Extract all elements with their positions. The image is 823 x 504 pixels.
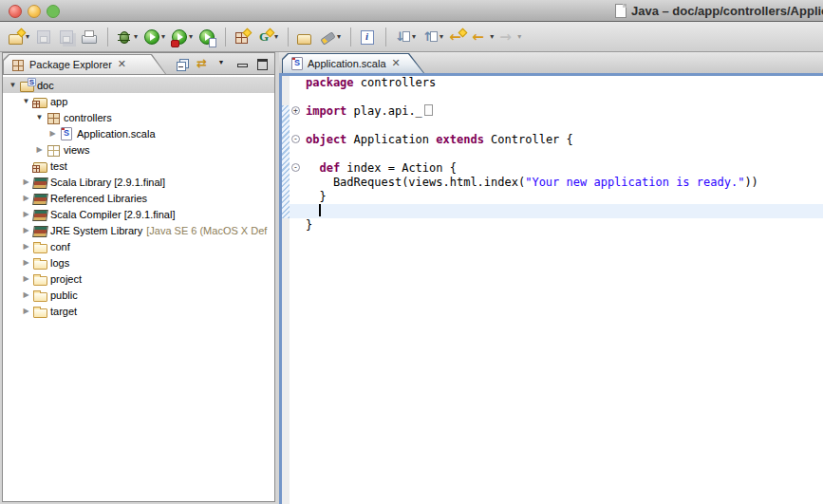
dropdown-arrow-icon[interactable]: ▾ [161,32,165,41]
dropdown-arrow-icon[interactable]: ▾ [189,32,193,41]
dropdown-arrow-icon[interactable]: ▾ [490,32,494,41]
tree-item-label: project [49,273,82,285]
tree-item-target[interactable]: ▶target [3,303,274,319]
tree-item-doc[interactable]: ▼doc [3,77,274,93]
code-line-10[interactable] [290,204,823,218]
code-line-1[interactable]: package controllers [290,76,823,90]
tree-item-application-scala[interactable]: ▶Application.scala [3,125,274,141]
code-line-2[interactable] [290,90,823,104]
tree-item-logs[interactable]: ▶logs [3,254,274,271]
fold-minus-icon[interactable]: - [291,135,300,143]
print-button[interactable] [79,25,100,49]
expander-closed-icon[interactable]: ▶ [20,307,32,315]
tree-item-referenced-libraries[interactable]: ▶Referenced Libraries [3,190,274,206]
code-line-3[interactable]: +import play.api._ [290,104,823,119]
expander-closed-icon[interactable]: ▶ [20,210,32,218]
last-edit-location-button[interactable] [447,25,468,49]
code-token: controllers [354,76,437,89]
code-line-6[interactable] [290,147,823,161]
tree-item-app[interactable]: ▼app [3,93,274,109]
dropdown-arrow-icon[interactable]: ▾ [26,32,29,41]
folder-icon [32,288,49,303]
close-view-icon[interactable] [117,58,126,70]
folder-icon [32,304,49,319]
view-menu-button[interactable] [212,54,232,73]
expander-closed-icon[interactable]: ▶ [33,145,46,154]
dropdown-arrow-icon[interactable]: ▾ [337,32,341,41]
run-button[interactable]: ▾ [141,25,167,49]
tree-item-views[interactable]: ▶views [3,141,274,158]
tree-item-label: test [49,160,67,172]
minimize-button[interactable] [232,54,252,73]
tree-item-public[interactable]: ▶public [3,287,274,303]
run-icon [143,28,160,46]
package-explorer-tab[interactable]: Package Explorer [3,54,166,74]
tree-item-project[interactable]: ▶project [3,271,274,287]
code-line-9[interactable]: } [290,190,823,204]
g-wizard-icon [256,28,273,46]
javadoc-button[interactable] [357,25,378,49]
dropdown-arrow-icon[interactable]: ▾ [517,32,521,41]
expander-closed-icon[interactable]: ▶ [20,242,32,251]
tree-item-scala-library-2-9-1-final[interactable]: ▶Scala Library [2.9.1.final] [3,174,274,190]
source-folder-icon [32,159,49,174]
fold-plus-icon[interactable]: + [291,106,300,115]
save-button[interactable] [33,25,54,49]
tree-item-conf[interactable]: ▶conf [3,238,274,254]
tree-item-scala-compiler-2-9-1-final[interactable]: ▶Scala Compiler [2.9.1.final] [3,206,274,222]
annotation-ruler[interactable] [282,76,290,504]
tree-item-jre-system-library[interactable]: ▶JRE System Library[Java SE 6 (MacOS X D… [3,222,274,238]
collapse-all-button[interactable] [172,54,192,73]
expander-closed-icon[interactable]: ▶ [20,226,32,234]
library-icon [32,223,49,238]
dropdown-arrow-icon[interactable]: ▾ [274,32,278,41]
dropdown-arrow-icon[interactable]: ▾ [134,32,138,41]
code-line-11[interactable]: } [290,218,823,233]
code-line-5[interactable]: -object Application extends Controller { [290,133,823,147]
tree-item-test[interactable]: test [3,158,274,174]
editor-tab-application-scala[interactable]: Application.scala [282,53,424,73]
dropdown-arrow-icon[interactable]: ▾ [412,32,416,41]
code-lines[interactable]: package controllers+import play.api._-ob… [290,76,823,233]
run-history-button[interactable] [196,25,217,49]
back-button[interactable]: ▾ [470,25,496,49]
expander-closed-icon[interactable]: ▶ [20,290,32,299]
expander-closed-icon[interactable]: ▶ [20,177,32,186]
debug-button[interactable]: ▾ [114,25,140,49]
new-wizard-g-button[interactable]: ▾ [254,25,280,49]
document-proxy-icon[interactable] [615,4,627,18]
next-annotation-button[interactable]: ▾ [392,25,418,49]
expander-closed-icon[interactable]: ▶ [20,274,32,283]
open-resource-button[interactable] [294,25,315,49]
close-editor-icon[interactable] [391,57,401,69]
expander-open-icon[interactable]: ▼ [7,81,19,89]
save-all-button[interactable] [56,25,77,49]
code-line-4[interactable] [290,119,823,133]
zoom-window-button[interactable] [47,5,60,18]
expander-closed-icon[interactable]: ▶ [47,129,59,138]
folder-icon [32,255,49,271]
minimize-window-button[interactable] [28,5,41,18]
tree-item-controllers[interactable]: ▼controllers [3,109,274,125]
code-line-7[interactable]: - def index = Action { [290,161,823,176]
maximize-button[interactable] [252,54,271,73]
code-token: extends [436,133,484,146]
forward-button[interactable]: ▾ [497,25,523,49]
code-line-8[interactable]: BadRequest(views.html.index("Your new ap… [290,176,823,190]
fold-minus-icon[interactable]: - [291,163,300,172]
search-button[interactable]: ▾ [317,25,343,49]
new-java-package-button[interactable] [232,25,253,49]
expander-open-icon[interactable]: ▼ [20,97,32,105]
link-with-editor-button[interactable]: ⇄ [192,54,212,73]
profile-button[interactable]: ▾ [169,25,195,49]
expander-open-icon[interactable]: ▼ [33,113,46,121]
library-icon [32,207,49,222]
new-wizard-button[interactable]: ▾ [6,25,31,49]
editor-content[interactable]: package controllers+import play.api._-ob… [279,76,823,504]
close-window-button[interactable] [9,5,22,18]
dropdown-arrow-icon[interactable]: ▾ [440,32,443,41]
expander-closed-icon[interactable]: ▶ [20,194,32,202]
previous-annotation-button[interactable]: ▾ [420,25,445,49]
collapsed-region-icon[interactable] [424,104,433,116]
expander-closed-icon[interactable]: ▶ [20,258,32,267]
